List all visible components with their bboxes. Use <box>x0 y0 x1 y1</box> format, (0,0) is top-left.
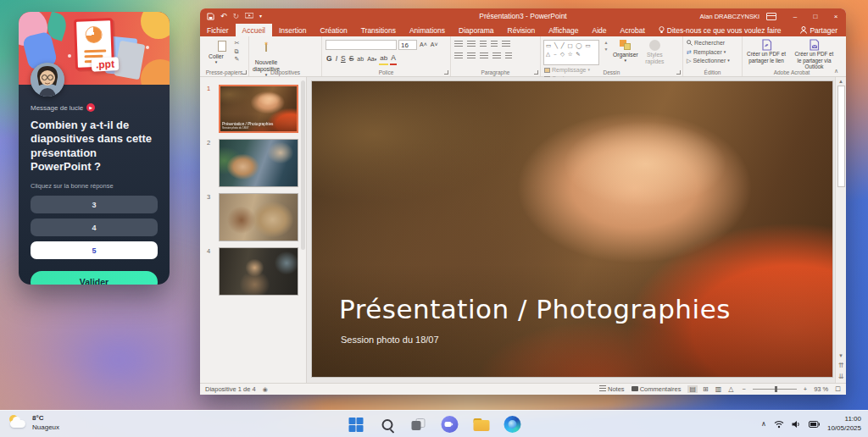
redo-icon[interactable]: ↻ <box>233 13 240 20</box>
replace-button[interactable]: ⇄ Remplacer ▾ <box>687 49 730 56</box>
tab-transitions[interactable]: Transitions <box>354 24 403 36</box>
collapse-ribbon-icon[interactable]: ∧ <box>834 68 838 75</box>
slide-thumbnail-4[interactable]: 4 <box>219 247 298 296</box>
close-button[interactable]: × <box>826 8 846 24</box>
font-name-input[interactable] <box>326 40 397 50</box>
align-left-icon[interactable] <box>454 53 463 59</box>
tab-revision[interactable]: Révision <box>501 24 542 36</box>
previous-slide-icon[interactable]: ⇈ <box>838 362 844 369</box>
scroll-down-icon[interactable]: ▼ <box>838 353 843 358</box>
underline-icon[interactable]: S <box>340 54 347 64</box>
comments-button[interactable]: Commentaires <box>632 385 682 393</box>
font-size-input[interactable] <box>398 40 417 50</box>
numbering-icon[interactable] <box>467 41 476 47</box>
tray-expand-icon[interactable]: ∧ <box>761 420 766 428</box>
tab-creation[interactable]: Création <box>314 24 354 36</box>
notes-button[interactable]: Notes <box>599 385 625 393</box>
thumbnail-scrollbar[interactable] <box>301 80 305 250</box>
shapes-scroll-up-icon[interactable]: ▲ <box>604 40 608 45</box>
dialog-launcher-icon[interactable] <box>444 70 448 75</box>
columns-icon[interactable] <box>505 53 512 59</box>
dialog-launcher-icon[interactable] <box>676 70 681 75</box>
slide-subtitle-text[interactable]: Session photo du 18/07 <box>341 335 439 345</box>
minimize-button[interactable]: – <box>785 8 805 24</box>
zoom-slider-thumb[interactable] <box>775 386 777 392</box>
tab-diaporama[interactable]: Diaporama <box>452 24 501 36</box>
quiz-option-5[interactable]: 5 <box>31 241 158 259</box>
fit-slide-icon[interactable]: ☐ <box>835 385 841 393</box>
shrink-font-icon[interactable]: A˅ <box>430 41 439 49</box>
cut-icon[interactable]: ✂ <box>234 40 239 47</box>
tab-affichage[interactable]: Affichage <box>542 24 585 36</box>
select-button[interactable]: ▷ Sélectionner ▾ <box>687 58 730 64</box>
scrollbar-thumb[interactable] <box>837 86 845 187</box>
find-button[interactable]: Rechercher <box>687 40 730 47</box>
reading-view-icon[interactable]: ▥ <box>714 385 724 393</box>
zoom-level[interactable]: 93 % <box>814 385 828 393</box>
save-icon[interactable] <box>207 13 214 20</box>
zoom-in-icon[interactable]: + <box>804 385 807 393</box>
slide-thumbnail-2[interactable]: 2 <box>219 139 298 187</box>
normal-view-icon[interactable]: ▤ <box>687 385 698 393</box>
copy-icon[interactable]: ⧉ <box>234 48 239 55</box>
current-slide[interactable]: Présentation / Photographies Session pho… <box>312 81 832 377</box>
search-button[interactable] <box>377 414 398 434</box>
quiz-option-4[interactable]: 4 <box>31 218 158 236</box>
align-right-icon[interactable] <box>480 53 488 59</box>
create-pdf-outlook-button[interactable]: Créer un PDF et le partager via Outlook <box>792 38 836 70</box>
slide-thumbnail-3[interactable]: 3 <box>219 193 298 241</box>
slide-title-text[interactable]: Présentation / Photographies <box>339 294 731 324</box>
paste-button[interactable]: Coller▾ <box>202 38 231 65</box>
decrease-indent-icon[interactable] <box>480 41 487 47</box>
weather-widget[interactable]: 8°C Nuageux <box>8 413 59 432</box>
ribbon-display-options-icon[interactable] <box>766 13 776 20</box>
scroll-up-icon[interactable]: ▲ <box>838 79 843 84</box>
share-button[interactable]: Partager <box>800 26 846 35</box>
vertical-scrollbar[interactable]: ▲ ▼ ⇈ ⇊ <box>835 77 846 383</box>
zoom-out-icon[interactable]: − <box>742 385 745 393</box>
italic-icon[interactable]: I <box>335 54 338 64</box>
slide-sorter-view-icon[interactable]: ⊞ <box>701 385 710 393</box>
validate-button[interactable]: Valider <box>31 271 158 285</box>
maximize-button[interactable]: □ <box>805 8 826 24</box>
highlight-icon[interactable]: ab <box>379 53 388 64</box>
battery-icon[interactable] <box>809 421 820 428</box>
shapes-gallery[interactable]: ▭ ╲ ╱ ▢ ◯ ▭ △ ⌣ ◇ ☆ ✎ <box>543 40 599 65</box>
dialog-launcher-icon[interactable] <box>242 70 247 75</box>
arrange-button[interactable]: Organiser▾ <box>612 38 639 64</box>
tab-aide[interactable]: Aide <box>585 24 613 36</box>
start-slideshow-icon[interactable] <box>245 13 253 19</box>
grow-font-icon[interactable]: A˄ <box>419 41 428 49</box>
bold-icon[interactable]: G <box>326 54 333 64</box>
next-slide-icon[interactable]: ⇊ <box>838 373 844 380</box>
edge-button[interactable] <box>503 414 523 434</box>
tab-acrobat[interactable]: Acrobat <box>614 24 652 36</box>
start-button[interactable] <box>346 414 366 434</box>
tab-insertion[interactable]: Insertion <box>272 24 314 36</box>
accessibility-icon[interactable]: ◉ <box>263 386 268 393</box>
increase-indent-icon[interactable] <box>491 41 498 47</box>
wifi-icon[interactable] <box>774 420 784 429</box>
font-color-icon[interactable]: A <box>390 53 397 65</box>
change-case-icon[interactable]: Aa▾ <box>366 55 377 64</box>
dialog-launcher-icon[interactable] <box>534 70 538 75</box>
tab-fichier[interactable]: Fichier <box>200 24 236 36</box>
justify-icon[interactable] <box>492 53 501 59</box>
clock[interactable]: 11:00 10/05/2025 <box>827 415 861 434</box>
format-painter-icon[interactable]: ✎ <box>234 56 239 63</box>
create-pdf-link-button[interactable]: Créer un PDF et partager le lien <box>744 38 788 64</box>
undo-icon[interactable]: ↶ <box>220 13 227 20</box>
account-name[interactable]: Alan DRABCZYNSKI <box>700 13 760 20</box>
zoom-slider[interactable] <box>753 389 797 390</box>
line-spacing-icon[interactable] <box>502 41 510 47</box>
file-explorer-button[interactable] <box>471 414 492 434</box>
chat-button[interactable] <box>440 414 460 434</box>
tab-accueil[interactable]: Accueil <box>236 24 272 36</box>
quick-styles-button[interactable]: Styles rapides <box>643 38 666 65</box>
tab-animations[interactable]: Animations <box>403 24 452 36</box>
qat-customize-icon[interactable]: ▾ <box>259 14 262 19</box>
task-view-button[interactable] <box>409 414 429 434</box>
quiz-option-3[interactable]: 3 <box>31 196 158 213</box>
character-spacing-icon[interactable]: ab <box>356 55 364 64</box>
slideshow-view-icon[interactable]: △ <box>726 385 735 393</box>
